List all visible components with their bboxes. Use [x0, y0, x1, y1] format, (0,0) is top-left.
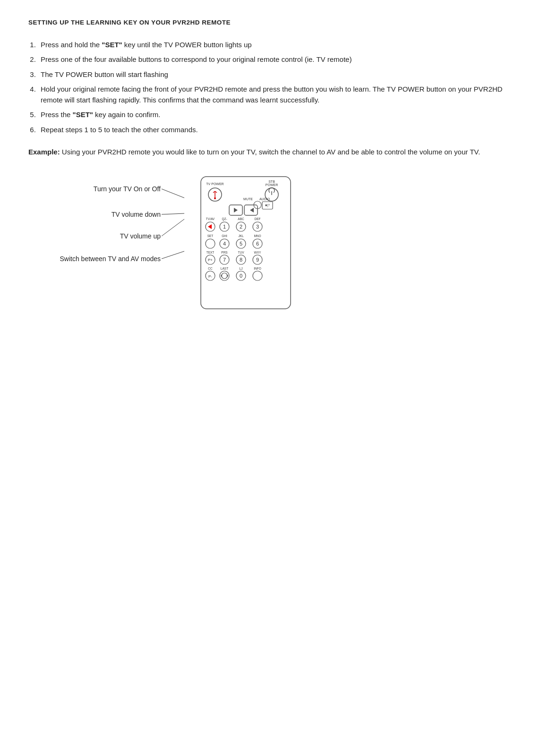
svg-text:ABC: ABC [238, 217, 244, 221]
instruction-4: Hold your original remote facing the fro… [38, 84, 505, 106]
svg-text:5: 5 [240, 241, 242, 246]
svg-text:JKL: JKL [238, 234, 244, 238]
page-title: SETTING UP THE LEARNING KEY ON YOUR PVR2… [28, 19, 505, 26]
svg-text:STB: STB [268, 180, 275, 183]
svg-line-3 [162, 251, 184, 259]
svg-text:LAST: LAST [221, 267, 228, 270]
svg-text:DEF: DEF [255, 217, 261, 221]
instruction-1: Press and hold the "SET" key until the T… [38, 39, 505, 50]
example-bold: Example: [28, 148, 60, 156]
svg-text:TV/AV: TV/AV [206, 217, 215, 221]
svg-text:QZ-: QZ- [222, 217, 227, 221]
svg-text:MUTE: MUTE [243, 197, 253, 201]
svg-text:7: 7 [223, 257, 226, 263]
svg-text:CC: CC [208, 267, 213, 270]
instruction-5: Press the "SET" key again to confirm. [38, 109, 505, 120]
svg-text:6: 6 [256, 241, 259, 246]
svg-text:TEXT: TEXT [206, 251, 215, 254]
instructions-list: Press and hold the "SET" key until the T… [38, 39, 505, 135]
svg-text:4: 4 [223, 241, 226, 246]
svg-text:1: 1 [223, 224, 226, 229]
svg-text:PRS: PRS [221, 251, 228, 254]
remote-diagram: TV POWER STB POWER MUTE AUDIO [194, 172, 298, 315]
example-text: Example: Using your PVR2HD remote you wo… [28, 146, 505, 158]
svg-text:■|?: ■|? [265, 204, 270, 207]
svg-text:TUV: TUV [238, 251, 245, 254]
svg-text:3: 3 [256, 224, 259, 229]
svg-text:P-: P- [208, 274, 212, 279]
svg-text:SET: SET [207, 234, 214, 238]
svg-line-1 [162, 213, 184, 214]
svg-line-0 [162, 189, 184, 198]
svg-text:LJ: LJ [240, 267, 243, 270]
instruction-3: The TV POWER button will start flashing [38, 69, 505, 80]
svg-text:TV POWER: TV POWER [206, 182, 224, 186]
svg-text:MNO: MNO [254, 234, 261, 238]
example-section: Example: Using your PVR2HD remote you wo… [28, 146, 505, 158]
instruction-2: Press one of the four available buttons … [38, 54, 505, 65]
svg-text:POWER: POWER [266, 183, 278, 187]
svg-text:INFO: INFO [254, 267, 261, 270]
svg-text:P+: P+ [208, 258, 213, 262]
svg-line-2 [162, 219, 184, 236]
svg-text:GHI: GHI [222, 234, 227, 238]
svg-text:8: 8 [240, 257, 242, 263]
diagram-area: Turn your TV On or Off TV volume down TV… [28, 172, 505, 318]
svg-text:2: 2 [240, 224, 242, 229]
svg-text:9: 9 [256, 257, 259, 263]
svg-text:WXY: WXY [254, 251, 261, 254]
svg-point-12 [214, 197, 216, 199]
instruction-6: Repeat steps 1 to 5 to teach the other c… [38, 124, 505, 135]
svg-text:AUDIO: AUDIO [259, 197, 270, 201]
svg-text:0: 0 [240, 273, 242, 279]
